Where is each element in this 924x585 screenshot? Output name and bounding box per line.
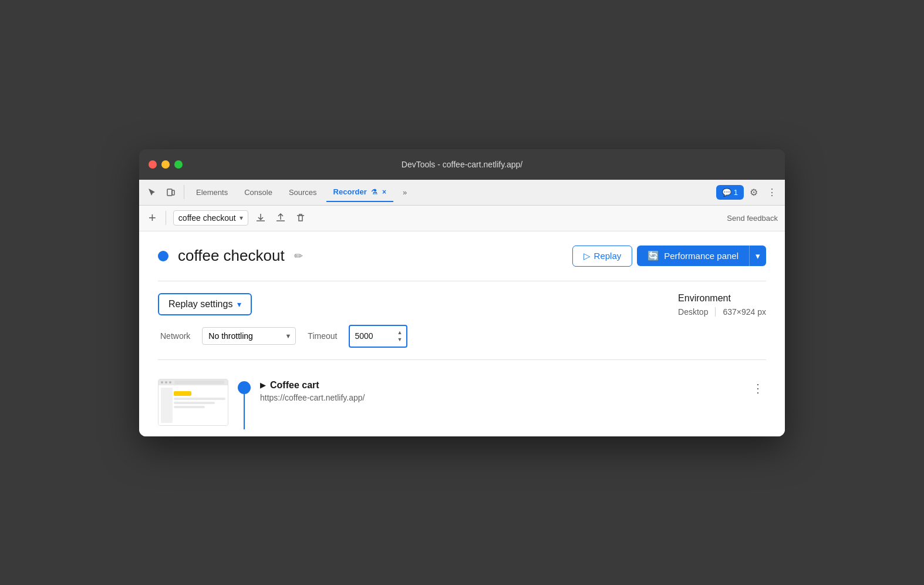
flask-icon: ⚗ [371,188,377,196]
main-content: coffee checkout ✏ ▷ Replay 🔄 Performance… [139,231,785,436]
add-recording-button[interactable]: + [146,208,159,228]
settings-row: Network No throttling Timeout ▲ [158,325,407,348]
recorder-close-icon[interactable]: × [382,188,386,196]
plus-icon: + [149,210,156,226]
timeout-input[interactable] [355,331,396,341]
thumb-accent [174,391,191,396]
step-dot [238,381,251,394]
network-select[interactable]: No throttling [202,327,296,345]
spinner-up-button[interactable]: ▲ [396,330,403,336]
minimize-button[interactable] [161,160,170,169]
traffic-lights [149,160,183,169]
thumb-sidebar [161,388,173,423]
export-button[interactable] [253,210,268,226]
tab-bar: Elements Console Sources Recorder ⚗ × » … [139,180,785,206]
devtools-window: DevTools - coffee-cart.netlify.app/ Elem… [139,149,785,436]
chevron-down-icon: ▾ [240,214,243,222]
titlebar: DevTools - coffee-cart.netlify.app/ [139,149,785,180]
step-title[interactable]: ▶ Coffee cart [260,380,740,391]
step-info: ▶ Coffee cart https://coffee-cart.netlif… [260,379,740,402]
perf-icon: 🔄 [648,250,659,261]
thumb-main [174,388,225,408]
thumb-dot [161,381,163,384]
perf-panel-dropdown-button[interactable]: ▾ [749,246,766,266]
svg-rect-0 [167,189,172,196]
settings-section: Replay settings ▾ Network No throttling … [158,281,766,360]
recording-selector[interactable]: coffee checkout ▾ [173,210,248,226]
svg-rect-1 [172,190,174,195]
step-item: ▶ Coffee cart https://coffee-cart.netlif… [158,372,766,436]
tab-recorder[interactable]: Recorder ⚗ × [326,183,393,202]
more-options-icon[interactable]: ⋮ [764,183,780,201]
edit-icon[interactable]: ✏ [294,250,303,263]
devtools-body: Elements Console Sources Recorder ⚗ × » … [139,180,785,436]
steps-section: ▶ Coffee cart https://coffee-cart.netlif… [158,360,766,436]
toolbar: + coffee checkout ▾ [139,206,785,231]
replay-button[interactable]: ▷ Replay [572,246,633,267]
step-expand-icon: ▶ [260,381,265,389]
recording-status-dot [158,251,168,261]
spinner-down-button[interactable]: ▼ [396,337,403,343]
import-button[interactable] [273,210,288,226]
recording-header: coffee checkout ✏ ▷ Replay 🔄 Performance… [158,246,766,281]
network-label: Network [160,331,190,341]
chevron-down-icon: ▾ [756,251,760,261]
thumb-dot [169,381,171,384]
tab-right-actions: 💬 1 ⚙ ⋮ [716,183,780,201]
replay-settings-toggle[interactable]: Replay settings ▾ [158,293,252,315]
tab-more[interactable]: » [396,183,414,201]
step-name: Coffee cart [270,380,319,391]
toolbar-separator [166,211,166,225]
chat-button[interactable]: 💬 1 [716,185,744,200]
cursor-tool-icon[interactable] [144,184,160,200]
replay-settings-label: Replay settings [168,299,232,310]
delete-button[interactable] [293,210,308,226]
replay-settings-area: Replay settings ▾ Network No throttling … [158,293,407,348]
step-thumbnail [158,379,228,426]
close-button[interactable] [149,160,157,169]
chat-icon: 💬 [722,188,731,197]
chevron-down-icon: ▾ [237,300,241,309]
thumb-line [174,406,205,408]
thumb-line [174,402,215,404]
perf-panel-group: 🔄 Performance panel ▾ [637,246,766,266]
timeout-label: Timeout [308,331,337,341]
network-select-wrapper: No throttling [202,327,296,345]
send-feedback-link[interactable]: Send feedback [727,214,778,223]
thumb-url-bar [174,381,224,384]
tab-elements[interactable]: Elements [189,183,235,201]
environment-type: Desktop [678,307,708,317]
step-more-options-button[interactable]: ⋮ [750,379,766,398]
environment-size: 637×924 px [723,307,766,317]
maximize-button[interactable] [174,160,183,169]
tab-sources[interactable]: Sources [282,183,324,201]
toolbar-right: Send feedback [727,213,778,223]
settings-icon[interactable]: ⚙ [746,183,761,201]
environment-details: Desktop 637×924 px [678,307,766,317]
step-line [244,394,245,429]
replay-label: Replay [594,251,622,261]
timeout-input-wrapper: ▲ ▼ [349,325,407,348]
timeout-spinner: ▲ ▼ [396,330,403,343]
header-actions: ▷ Replay 🔄 Performance panel ▾ [572,246,766,267]
tab-separator [184,185,184,199]
chat-badge: 1 [734,188,738,197]
thumb-line [174,398,225,400]
perf-panel-label: Performance panel [664,251,738,261]
env-divider [715,307,716,317]
performance-panel-button[interactable]: 🔄 Performance panel [637,246,749,266]
step-url: https://coffee-cart.netlify.app/ [260,393,740,402]
tab-console[interactable]: Console [237,183,279,201]
thumb-dot [165,381,167,384]
play-icon: ▷ [584,251,591,261]
device-mode-icon[interactable] [163,184,179,200]
step-connector [238,379,251,429]
environment-section: Environment Desktop 637×924 px [678,293,766,317]
window-title: DevTools - coffee-cart.netlify.app/ [402,160,522,169]
environment-label: Environment [678,293,766,304]
recording-name: coffee checkout [178,213,236,223]
recording-title: coffee checkout [178,247,285,265]
